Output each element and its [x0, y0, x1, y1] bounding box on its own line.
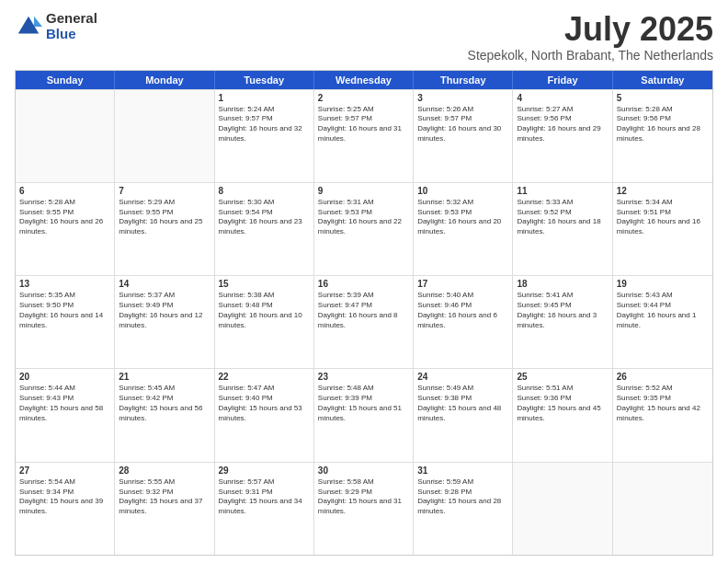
day-number: 8	[219, 186, 310, 196]
calendar-cell: 10Sunrise: 5:32 AM Sunset: 9:53 PM Dayli…	[414, 183, 513, 275]
cell-text: Sunrise: 5:28 AM Sunset: 9:56 PM Dayligh…	[617, 105, 709, 144]
cell-text: Sunrise: 5:34 AM Sunset: 9:51 PM Dayligh…	[617, 198, 709, 237]
day-number: 28	[119, 465, 210, 476]
calendar-cell: 12Sunrise: 5:34 AM Sunset: 9:51 PM Dayli…	[613, 183, 712, 275]
calendar-cell: 26Sunrise: 5:52 AM Sunset: 9:35 PM Dayli…	[613, 369, 712, 461]
day-number: 9	[318, 186, 409, 196]
calendar-cell: 1Sunrise: 5:24 AM Sunset: 9:57 PM Daylig…	[215, 90, 314, 182]
cell-text: Sunrise: 5:52 AM Sunset: 9:35 PM Dayligh…	[617, 384, 709, 423]
day-number: 21	[119, 372, 210, 382]
cell-text: Sunrise: 5:38 AM Sunset: 9:48 PM Dayligh…	[219, 291, 310, 330]
cell-text: Sunrise: 5:58 AM Sunset: 9:29 PM Dayligh…	[318, 477, 409, 517]
day-number: 24	[417, 372, 508, 382]
day-number: 23	[318, 372, 409, 382]
title-month: July 2025	[468, 11, 713, 48]
calendar-cell: 5Sunrise: 5:28 AM Sunset: 9:56 PM Daylig…	[613, 90, 712, 182]
calendar-cell: 22Sunrise: 5:47 AM Sunset: 9:40 PM Dayli…	[215, 369, 314, 461]
calendar-cell: 21Sunrise: 5:45 AM Sunset: 9:42 PM Dayli…	[115, 369, 214, 461]
logo-blue: Blue	[46, 27, 97, 42]
calendar-cell: 17Sunrise: 5:40 AM Sunset: 9:46 PM Dayli…	[414, 276, 513, 368]
calendar-body: 1Sunrise: 5:24 AM Sunset: 9:57 PM Daylig…	[16, 89, 712, 555]
cell-text: Sunrise: 5:45 AM Sunset: 9:42 PM Dayligh…	[119, 384, 210, 423]
day-number: 3	[417, 93, 508, 103]
calendar-header-cell: Sunday	[16, 71, 115, 89]
day-number: 2	[318, 93, 409, 103]
cell-text: Sunrise: 5:28 AM Sunset: 9:55 PM Dayligh…	[19, 198, 110, 237]
calendar-cell: 31Sunrise: 5:59 AM Sunset: 9:28 PM Dayli…	[414, 463, 513, 555]
calendar-header-cell: Tuesday	[215, 71, 314, 89]
calendar-row: 13Sunrise: 5:35 AM Sunset: 9:50 PM Dayli…	[16, 275, 712, 368]
day-number: 16	[318, 279, 409, 289]
day-number: 26	[617, 372, 709, 382]
day-number: 19	[617, 279, 709, 289]
day-number: 30	[318, 465, 409, 476]
calendar-cell: 4Sunrise: 5:27 AM Sunset: 9:56 PM Daylig…	[513, 90, 612, 182]
day-number: 27	[19, 465, 110, 476]
calendar-header-cell: Saturday	[613, 71, 712, 89]
calendar-cell: 29Sunrise: 5:57 AM Sunset: 9:31 PM Dayli…	[215, 463, 314, 555]
day-number: 14	[119, 279, 210, 289]
calendar-row: 1Sunrise: 5:24 AM Sunset: 9:57 PM Daylig…	[16, 89, 712, 182]
header: General Blue July 2025 Stepekolk, North …	[15, 11, 713, 63]
calendar-cell: 2Sunrise: 5:25 AM Sunset: 9:57 PM Daylig…	[314, 90, 414, 182]
calendar-cell: 27Sunrise: 5:54 AM Sunset: 9:34 PM Dayli…	[16, 463, 115, 555]
day-number: 25	[517, 372, 608, 382]
day-number: 13	[19, 279, 110, 289]
day-number: 15	[219, 279, 310, 289]
day-number: 7	[119, 186, 210, 196]
title-block: July 2025 Stepekolk, North Brabant, The …	[468, 11, 713, 63]
calendar-header-cell: Monday	[115, 71, 214, 89]
day-number: 1	[219, 93, 310, 103]
calendar-cell: 3Sunrise: 5:26 AM Sunset: 9:57 PM Daylig…	[414, 90, 513, 182]
calendar: SundayMondayTuesdayWednesdayThursdayFrid…	[15, 70, 713, 556]
cell-text: Sunrise: 5:25 AM Sunset: 9:57 PM Dayligh…	[318, 105, 409, 144]
calendar-cell: 15Sunrise: 5:38 AM Sunset: 9:48 PM Dayli…	[215, 276, 314, 368]
calendar-cell: 9Sunrise: 5:31 AM Sunset: 9:53 PM Daylig…	[314, 183, 414, 275]
day-number: 10	[417, 186, 508, 196]
calendar-cell: 14Sunrise: 5:37 AM Sunset: 9:49 PM Dayli…	[115, 276, 214, 368]
cell-text: Sunrise: 5:31 AM Sunset: 9:53 PM Dayligh…	[318, 198, 409, 237]
cell-text: Sunrise: 5:44 AM Sunset: 9:43 PM Dayligh…	[19, 384, 110, 423]
calendar-cell: 6Sunrise: 5:28 AM Sunset: 9:55 PM Daylig…	[16, 183, 115, 275]
title-location: Stepekolk, North Brabant, The Netherland…	[468, 48, 713, 63]
day-number: 12	[617, 186, 709, 196]
calendar-row: 6Sunrise: 5:28 AM Sunset: 9:55 PM Daylig…	[16, 182, 712, 275]
calendar-cell	[513, 463, 612, 555]
cell-text: Sunrise: 5:35 AM Sunset: 9:50 PM Dayligh…	[19, 291, 110, 330]
calendar-cell: 13Sunrise: 5:35 AM Sunset: 9:50 PM Dayli…	[16, 276, 115, 368]
cell-text: Sunrise: 5:33 AM Sunset: 9:52 PM Dayligh…	[517, 198, 608, 237]
cell-text: Sunrise: 5:27 AM Sunset: 9:56 PM Dayligh…	[517, 105, 608, 144]
calendar-cell	[613, 463, 712, 555]
cell-text: Sunrise: 5:24 AM Sunset: 9:57 PM Dayligh…	[219, 105, 310, 144]
cell-text: Sunrise: 5:51 AM Sunset: 9:36 PM Dayligh…	[517, 384, 608, 423]
day-number: 6	[19, 186, 110, 196]
calendar-cell: 24Sunrise: 5:49 AM Sunset: 9:38 PM Dayli…	[414, 369, 513, 461]
page: General Blue July 2025 Stepekolk, North …	[0, 0, 728, 563]
cell-text: Sunrise: 5:29 AM Sunset: 9:55 PM Dayligh…	[119, 198, 210, 237]
cell-text: Sunrise: 5:30 AM Sunset: 9:54 PM Dayligh…	[219, 198, 310, 237]
day-number: 11	[517, 186, 608, 196]
cell-text: Sunrise: 5:26 AM Sunset: 9:57 PM Dayligh…	[417, 105, 508, 144]
day-number: 20	[19, 372, 110, 382]
calendar-cell: 16Sunrise: 5:39 AM Sunset: 9:47 PM Dayli…	[314, 276, 414, 368]
cell-text: Sunrise: 5:47 AM Sunset: 9:40 PM Dayligh…	[219, 384, 310, 423]
cell-text: Sunrise: 5:41 AM Sunset: 9:45 PM Dayligh…	[517, 291, 608, 330]
calendar-cell: 19Sunrise: 5:43 AM Sunset: 9:44 PM Dayli…	[613, 276, 712, 368]
cell-text: Sunrise: 5:49 AM Sunset: 9:38 PM Dayligh…	[417, 384, 508, 423]
cell-text: Sunrise: 5:40 AM Sunset: 9:46 PM Dayligh…	[417, 291, 508, 330]
calendar-header-cell: Friday	[513, 71, 612, 89]
calendar-header: SundayMondayTuesdayWednesdayThursdayFrid…	[16, 71, 712, 89]
calendar-cell	[115, 90, 214, 182]
day-number: 5	[617, 93, 709, 103]
calendar-cell: 18Sunrise: 5:41 AM Sunset: 9:45 PM Dayli…	[513, 276, 612, 368]
calendar-header-cell: Wednesday	[314, 71, 414, 89]
cell-text: Sunrise: 5:54 AM Sunset: 9:34 PM Dayligh…	[19, 477, 110, 517]
cell-text: Sunrise: 5:37 AM Sunset: 9:49 PM Dayligh…	[119, 291, 210, 330]
calendar-cell: 11Sunrise: 5:33 AM Sunset: 9:52 PM Dayli…	[513, 183, 612, 275]
calendar-row: 20Sunrise: 5:44 AM Sunset: 9:43 PM Dayli…	[16, 368, 712, 461]
calendar-cell: 8Sunrise: 5:30 AM Sunset: 9:54 PM Daylig…	[215, 183, 314, 275]
cell-text: Sunrise: 5:43 AM Sunset: 9:44 PM Dayligh…	[617, 291, 709, 330]
day-number: 29	[219, 465, 310, 476]
cell-text: Sunrise: 5:55 AM Sunset: 9:32 PM Dayligh…	[119, 477, 210, 517]
day-number: 18	[517, 279, 608, 289]
